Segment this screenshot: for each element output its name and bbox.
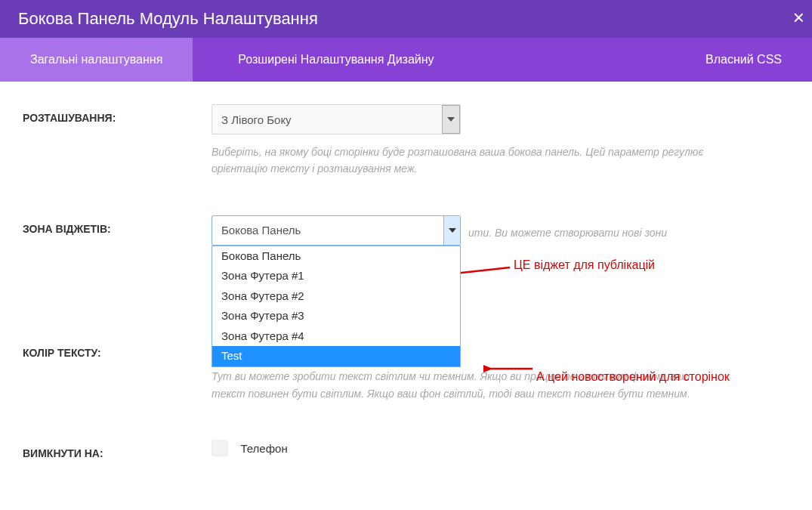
phone-checkbox-label: Телефон xyxy=(240,441,287,454)
tab-general[interactable]: Загальні налаштування xyxy=(0,38,193,82)
widget-value: Бокова Панель xyxy=(221,224,301,236)
row-placement: РОЗТАШУВАННЯ: З Лівого Боку Виберіть, на… xyxy=(23,104,789,178)
widget-select[interactable]: Бокова Панель xyxy=(211,215,461,246)
modal-header: Бокова Панель Модуль Налаштування × xyxy=(0,0,812,38)
widget-option-footer2[interactable]: Зона Футера #2 xyxy=(212,286,460,307)
widget-option-test[interactable]: Test xyxy=(212,346,460,366)
widget-helper: ити. Ви можете створювати нові зони xyxy=(468,224,789,241)
widget-option-sidebar[interactable]: Бокова Панель xyxy=(212,246,460,267)
textcolor-label: КОЛІР ТЕКСТУ: xyxy=(23,339,211,359)
widget-option-footer3[interactable]: Зона Футера #3 xyxy=(212,306,460,326)
modal-title: Бокова Панель Модуль Налаштування xyxy=(18,9,318,29)
annotation-widget-pages: А цей новостворений для сторінок xyxy=(536,370,730,384)
row-disable: ВИМКНУТИ НА: Телефон xyxy=(23,440,789,459)
disable-label: ВИМКНУТИ НА: xyxy=(23,440,211,459)
chevron-down-icon[interactable] xyxy=(442,105,460,134)
chevron-down-icon[interactable] xyxy=(443,216,460,245)
widget-label: ЗОНА ВІДЖЕТІВ: xyxy=(23,215,211,235)
tab-design[interactable]: Розширені Налаштування Дизайну xyxy=(193,38,675,82)
tabs: Загальні налаштування Розширені Налаштув… xyxy=(0,38,812,82)
widget-option-footer1[interactable]: Зона Футера #1 xyxy=(212,266,460,286)
widget-option-footer4[interactable]: Зона Футера #4 xyxy=(212,326,460,347)
placement-helper: Виберіть, на якому боці сторінки буде ро… xyxy=(211,144,710,178)
annotation-widget-publications: ЦЕ віджет для публікацій xyxy=(514,258,655,272)
placement-select[interactable]: З Лівого Боку xyxy=(211,104,461,134)
widget-dropdown: Бокова Панель Зона Футера #1 Зона Футера… xyxy=(211,246,461,367)
phone-checkbox[interactable] xyxy=(211,440,228,456)
placement-value: З Лівого Боку xyxy=(221,113,292,126)
close-button[interactable]: × xyxy=(793,6,804,29)
arrow-icon xyxy=(483,361,536,376)
placement-label: РОЗТАШУВАННЯ: xyxy=(23,104,211,124)
content-area: РОЗТАШУВАННЯ: З Лівого Боку Виберіть, на… xyxy=(0,82,812,459)
row-widget: ЗОНА ВІДЖЕТІВ: Бокова Панель Бокова Пане… xyxy=(23,215,789,241)
tab-css[interactable]: Власний CSS xyxy=(675,38,812,82)
